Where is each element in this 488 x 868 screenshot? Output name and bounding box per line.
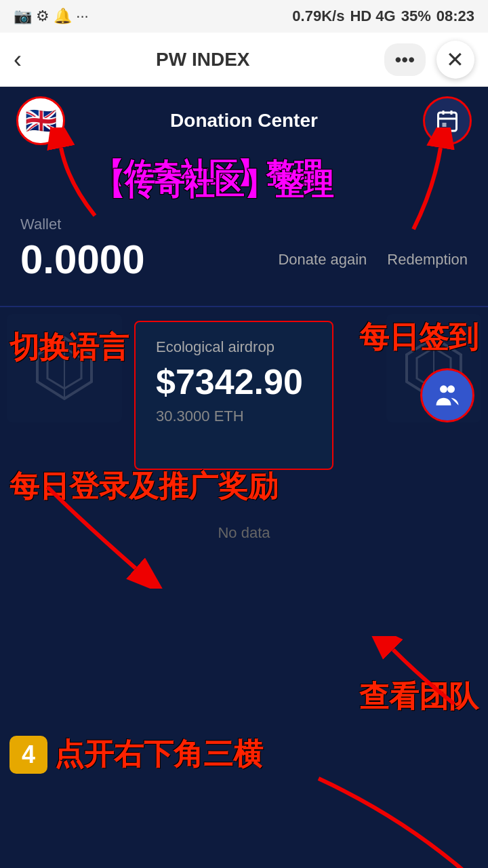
divider [0, 306, 488, 307]
airdrop-card: Ecological airdrop $7342.90 30.3000 ETH [134, 321, 333, 470]
language-flag-button[interactable]: 🇬🇧 [16, 96, 65, 145]
more-options-button[interactable]: ••• [384, 43, 426, 76]
airdrop-amount: $7342.90 [156, 361, 312, 402]
browser-title: PW INDEX [156, 49, 249, 71]
donate-again-button[interactable]: Donate again [278, 251, 367, 269]
status-bar: 📷 ⚙ 🔔 ··· 0.79K/s HD 4G 35% 08:23 [0, 0, 488, 33]
airdrop-eth: 30.3000 ETH [156, 408, 312, 425]
badge-4: 4 [9, 736, 47, 774]
nav-actions: ••• ✕ [384, 41, 474, 79]
team-icon [432, 380, 462, 410]
status-icons: 📷 ⚙ 🔔 ··· [14, 7, 89, 25]
status-right: 0.79K/s HD 4G 35% 08:23 [292, 7, 474, 25]
app-container: 🇬🇧 Donation Center 【传奇社区】整理 【传奇社区】整理 切换语… [0, 87, 488, 868]
svg-point-16 [440, 385, 447, 393]
network-speed: 0.79K/s [292, 7, 344, 25]
donation-center-title: Donation Center [170, 110, 318, 132]
arrow-to-menu [285, 765, 488, 868]
cards-section: Ecological airdrop $7342.90 30.3000 ETH [0, 314, 488, 477]
arrow-to-team [366, 636, 474, 717]
wallet-label: Wallet [20, 216, 468, 233]
app-header: 🇬🇧 Donation Center [0, 87, 488, 155]
svg-rect-0 [439, 113, 457, 131]
time: 08:23 [436, 7, 474, 25]
left-card [7, 314, 122, 422]
calendar-icon [435, 108, 460, 133]
airdrop-label: Ecological airdrop [156, 338, 312, 356]
wallet-amount: 0.0000 [20, 236, 145, 283]
status-left: 📷 ⚙ 🔔 ··· [14, 7, 89, 25]
browser-nav-bar: ‹ PW INDEX ••• ✕ [0, 33, 488, 87]
annotation-view-team: 查看团队 [359, 677, 479, 717]
flag-icon: 🇬🇧 [25, 106, 57, 136]
redemption-button[interactable]: Redemption [387, 251, 468, 269]
team-button[interactable] [420, 368, 474, 422]
pw-logo-left [30, 334, 98, 402]
calendar-button[interactable] [423, 96, 472, 145]
svg-point-17 [447, 385, 455, 393]
no-data-text: No data [0, 504, 488, 562]
wallet-section: Wallet 0.0000 Donate again Redemption [0, 209, 488, 299]
network-type: HD 4G [350, 7, 395, 25]
back-button[interactable]: ‹ [14, 45, 22, 74]
close-button[interactable]: ✕ [436, 41, 474, 79]
annotation-community-label: 【传奇社区】整理 [95, 165, 333, 205]
annotation-bottom-hint: 点开右下角三横 [54, 734, 263, 774]
battery: 35% [401, 7, 431, 25]
svg-rect-4 [443, 123, 447, 127]
annotation-main-label: 【传奇社区】整理 [95, 155, 323, 193]
